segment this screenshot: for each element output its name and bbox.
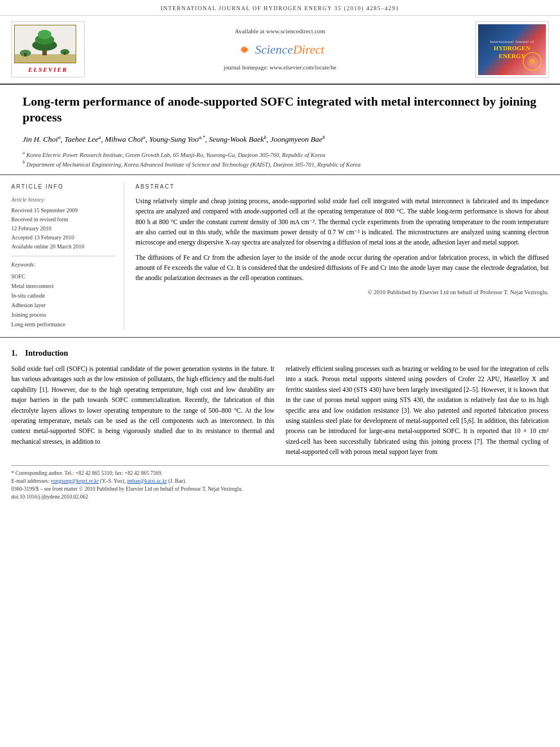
accepted-date: Accepted 13 February 2010 — [11, 233, 115, 242]
history-label: Article history: — [11, 196, 115, 204]
elsevier-wordmark: ELSEVIER — [14, 65, 82, 75]
email2-author: (J. Bae). — [168, 478, 186, 484]
authors-line: Jin H. Choia, Taehee Leea, Mihwa Choia, … — [23, 134, 537, 145]
author-1: Jin H. Choia, — [23, 135, 64, 143]
author-6: Joongmyeon Baeb — [270, 135, 325, 143]
article-info-col: ARTICLE INFO Article history: Received 1… — [11, 183, 124, 329]
hydrogen-logo-inner: International Journal of HYDROGEN ENERGY — [478, 24, 546, 75]
sd-direct: Direct — [293, 42, 324, 56]
center-info: Available at www.sciencedirect.com Scien… — [85, 27, 475, 72]
info-divider — [11, 256, 115, 256]
elsevier-tree-image — [14, 24, 76, 64]
keyword-adhesion-layer: Adhesion layer — [11, 300, 115, 310]
keywords-label: Keywords: — [11, 261, 115, 269]
intro-left-col: Solid oxide fuel cell (SOFC) is potentia… — [11, 364, 274, 457]
intro-heading: 1. Introduction — [11, 348, 549, 359]
affiliation-b: b Department of Mechanical Engineering, … — [23, 159, 537, 169]
intro-columns: Solid oxide fuel cell (SOFC) is potentia… — [11, 364, 549, 457]
intro-num: 1. — [11, 349, 18, 357]
footnote-email: E-mail addresses: yungsung@kepri.re.kr (… — [11, 477, 549, 485]
copyright-line: © 2010 Published by Elsevier Ltd on beha… — [135, 288, 549, 296]
abstract-text: Using relatively simple and cheap joinin… — [135, 196, 549, 283]
email1-link[interactable]: yungsung@kepri.re.kr — [51, 478, 99, 484]
author-2: Taehee Leea, — [64, 135, 105, 143]
intro-right-text: relatively efficient sealing processes s… — [286, 364, 549, 457]
footnote-doi: doi:10.1016/j.ijhydene.2010.02.062 — [11, 493, 549, 501]
svg-point-5 — [38, 30, 51, 39]
abstract-para1: Using relatively simple and cheap joinin… — [135, 196, 549, 248]
svg-rect-7 — [24, 53, 27, 56]
keyword-insitu-cathode: In-situ cathode — [11, 291, 115, 300]
email2-link[interactable]: jmbae@kaist.ac.kr — [127, 478, 167, 484]
affiliations: a Korea Electric Power Research Institut… — [23, 150, 537, 169]
author-4: Young-Sung Yooa,*, — [149, 135, 209, 143]
svg-rect-9 — [64, 52, 65, 55]
hydrogen-energy-logo: International Journal of HYDROGEN ENERGY — [475, 21, 549, 78]
sd-science: Science — [255, 42, 293, 56]
intro-left-text: Solid oxide fuel cell (SOFC) is potentia… — [11, 364, 274, 447]
footnote-issn: 0360-3199/$ – see front matter © 2010 Pu… — [11, 485, 549, 493]
footnotes-section: * Corresponding author. Tel.: +82 42 865… — [11, 465, 549, 501]
homepage-link: journal homepage: www.elsevier.com/locat… — [96, 63, 464, 72]
sciencedirect-logo: ScienceDirect — [96, 41, 464, 59]
received-date: Received 15 September 2009 — [11, 206, 115, 215]
author-3: Mihwa Choia, — [105, 135, 149, 143]
available-text: Available at www.sciencedirect.com — [96, 27, 464, 36]
elsevier-logo: ELSEVIER — [11, 21, 85, 77]
intro-right-col: relatively efficient sealing processes s… — [286, 364, 549, 457]
top-banner: ELSEVIER Available at www.sciencedirect.… — [0, 16, 560, 85]
abstract-para2: The diffusions of Fe and Cr from the adh… — [135, 252, 549, 283]
email-label: E-mail addresses: — [11, 478, 49, 484]
affiliation-a: a Korea Electric Power Research Institut… — [23, 150, 537, 159]
keyword-joining-process: Joining process — [11, 310, 115, 320]
main-content: 1. Introduction Solid oxide fuel cell (S… — [0, 338, 560, 509]
author-5: Seung-Wook Baekb, — [209, 135, 270, 143]
hydrogen-intl-text: International Journal of — [490, 39, 534, 45]
revised-date: 12 February 2010 — [11, 224, 115, 233]
keyword-metal-interconnect: Metal interconnect — [11, 281, 115, 291]
keyword-longterm-performance: Long-term performance — [11, 320, 115, 329]
email1-author: (Y.-S. Yoo), — [100, 478, 125, 484]
revised-label: Received in revised form — [11, 215, 115, 224]
article-title-section: Long-term performance of anode-supported… — [0, 85, 560, 176]
intro-title: Introduction — [25, 349, 68, 357]
article-info-label: ARTICLE INFO — [11, 183, 115, 191]
abstract-col: ABSTRACT Using relatively simple and che… — [124, 183, 549, 329]
journal-header: INTERNATIONAL JOURNAL OF HYDROGEN ENERGY… — [0, 0, 560, 16]
abstract-label: ABSTRACT — [135, 183, 549, 191]
article-title: Long-term performance of anode-supported… — [23, 94, 537, 126]
info-abstract-section: ARTICLE INFO Article history: Received 1… — [0, 175, 560, 338]
online-date: Available online 20 March 2010 — [11, 242, 115, 251]
svg-point-13 — [530, 59, 535, 64]
footnote-corresponding: * Corresponding author. Tel.: +82 42 865… — [11, 469, 549, 477]
keyword-sofc: SOFC — [11, 272, 115, 281]
